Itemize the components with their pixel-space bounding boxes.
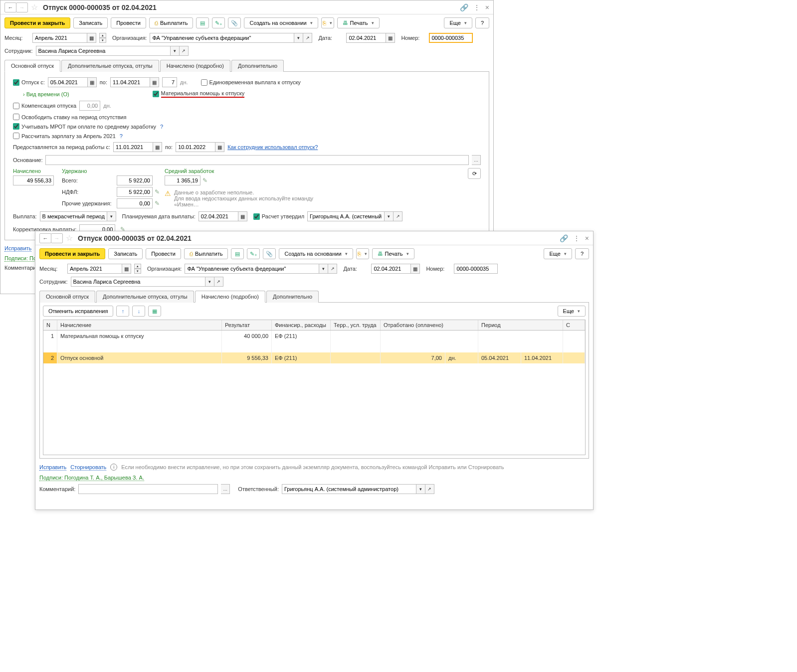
refresh-button[interactable]: ⟳	[468, 168, 481, 179]
onepay-checkbox[interactable]: Единовременная выплата к отпуску	[201, 79, 301, 86]
save-button[interactable]: Записать	[73, 17, 108, 28]
table-row[interactable]: 1 Материальная помощь к отпуску 40 000,0…	[43, 331, 585, 352]
favorite-icon[interactable]: ☆	[31, 2, 38, 12]
chevron-down-icon[interactable]: ▾	[385, 211, 394, 221]
period-to[interactable]: ▦	[176, 142, 224, 152]
pay-mode-select[interactable]: ▾	[40, 211, 116, 221]
mrot-checkbox[interactable]: Учитывать МРОТ при оплате по среднему за…	[13, 123, 156, 130]
close-icon[interactable]: ×	[485, 3, 489, 11]
mathelp-checkbox[interactable]: Материальная помощь к отпуску	[153, 90, 245, 98]
calendar-icon[interactable]: ▦	[87, 33, 96, 43]
more-button[interactable]: Еще	[544, 248, 572, 259]
calendar-icon[interactable]: ▦	[150, 77, 159, 87]
forward-button[interactable]: →	[16, 2, 28, 12]
table-row[interactable]: 2 Отпуск основной 9 556,33 ЕФ (211) 7,00…	[43, 352, 585, 363]
post-button[interactable]: Провести	[111, 17, 146, 28]
how-used-link[interactable]: Как сотрудник использовал отпуск?	[227, 144, 318, 150]
ndfl-input[interactable]	[117, 187, 153, 197]
storno-link[interactable]: Сторнировать	[70, 464, 106, 471]
open-icon[interactable]: ↗	[394, 211, 402, 221]
fix-link[interactable]: Исправить	[4, 245, 31, 252]
employee-select[interactable]: ▾↗	[71, 277, 223, 287]
recalc-help-link[interactable]: ?	[120, 133, 123, 139]
comment-browse-icon[interactable]: …	[221, 484, 230, 494]
date-input[interactable]: ▦	[371, 264, 420, 274]
compensation-checkbox[interactable]: Компенсация отпуска	[13, 103, 76, 109]
tab-main-vacation[interactable]: Основной отпуск	[4, 60, 60, 72]
create-based-button[interactable]: Создать на основании	[279, 248, 353, 259]
chevron-down-icon[interactable]: ▾	[171, 46, 180, 56]
chevron-down-icon[interactable]: ▾	[294, 33, 303, 43]
post-split-icon[interactable]: ⎘	[321, 17, 334, 28]
calendar-icon[interactable]: ▦	[215, 142, 224, 152]
plan-date[interactable]: ▦	[199, 211, 247, 221]
to-date[interactable]: ▦	[110, 77, 159, 87]
tab-additional[interactable]: Дополнительные отпуска, отгулы	[96, 291, 194, 303]
fix-link[interactable]: Исправить	[39, 464, 66, 471]
move-down-button[interactable]: ↓	[132, 306, 145, 317]
chevron-down-icon[interactable]: ▾	[319, 264, 328, 274]
number-input[interactable]	[454, 264, 498, 274]
forward-button[interactable]: →	[51, 233, 63, 243]
chevron-down-icon[interactable]: ▾	[205, 277, 214, 287]
basis-browse-icon[interactable]: …	[472, 155, 481, 165]
cancel-corrections-button[interactable]: Отменить исправления	[43, 306, 113, 317]
basis-input[interactable]	[45, 155, 469, 165]
time-type-link[interactable]: › Вид времени (О)	[23, 91, 69, 97]
table-body[interactable]: 1 Материальная помощь к отпуску 40 000,0…	[43, 331, 586, 455]
attach-icon[interactable]: 📎	[228, 17, 241, 28]
responsible-select[interactable]: ▾↗	[282, 484, 434, 494]
post-and-close-button[interactable]: Провести и закрыть	[4, 17, 70, 28]
calendar-icon[interactable]: ▦	[238, 211, 247, 221]
month-spinner[interactable]: ▴▾	[134, 264, 141, 274]
pencil-icon[interactable]: ✎	[155, 188, 160, 195]
close-icon[interactable]: ×	[585, 234, 589, 242]
open-icon[interactable]: ↗	[214, 277, 223, 287]
number-input[interactable]	[429, 33, 473, 43]
open-icon[interactable]: ↗	[303, 33, 312, 43]
attach-icon[interactable]: 📎	[263, 248, 276, 259]
tab-additional[interactable]: Дополнительные отпуска, отгулы	[61, 60, 159, 72]
more-button[interactable]: Еще	[558, 306, 586, 317]
tab-detail[interactable]: Начислено (подробно)	[195, 291, 265, 303]
org-select[interactable]: ▾↗	[185, 264, 337, 274]
days-input[interactable]	[162, 77, 177, 87]
tab-extra[interactable]: Дополнительно	[231, 60, 284, 72]
back-button[interactable]: ←	[39, 233, 51, 243]
employee-select[interactable]: ▾↗	[36, 46, 189, 56]
recalc-checkbox[interactable]: Рассчитать зарплату за Апрель 2021	[13, 133, 116, 139]
document-icon[interactable]: ▤	[196, 17, 209, 28]
show-details-button[interactable]: ▦	[148, 306, 161, 317]
back-button[interactable]: ←	[4, 2, 16, 12]
signatures-link[interactable]: Подписи: Погодина Т. А., Барышева З. А.	[39, 475, 144, 481]
tab-detail[interactable]: Начислено (подробно)	[160, 60, 230, 72]
comment-input[interactable]	[78, 484, 218, 494]
open-icon[interactable]: ↗	[180, 46, 189, 56]
calendar-icon[interactable]: ▦	[88, 77, 97, 87]
comp-input[interactable]	[79, 101, 100, 111]
month-input[interactable]: ▦	[32, 33, 96, 43]
org-select[interactable]: ▾↗	[150, 33, 312, 43]
approved-by-select[interactable]: ▾↗	[307, 211, 402, 221]
document-icon[interactable]: ▤	[231, 248, 244, 259]
open-icon[interactable]: ↗	[425, 484, 434, 494]
avg-input[interactable]	[165, 175, 200, 185]
tab-main-vacation[interactable]: Основной отпуск	[39, 291, 95, 303]
print-button[interactable]: 🖶Печать	[372, 248, 414, 259]
pay-button[interactable]: ⎙Выплатить	[149, 17, 193, 28]
release-checkbox[interactable]: Освободить ставку на период отсутствия	[13, 114, 126, 120]
chevron-down-icon[interactable]: ▾	[107, 211, 116, 221]
other-input[interactable]	[117, 198, 153, 208]
link-icon[interactable]: 🔗	[560, 234, 568, 242]
total-input[interactable]	[117, 175, 153, 185]
calendar-icon[interactable]: ▦	[153, 142, 162, 152]
menu-icon[interactable]: ⋮	[573, 234, 580, 242]
vacation-checkbox[interactable]: Отпуск с:	[13, 79, 45, 86]
month-input[interactable]: ▦	[67, 264, 131, 274]
edit-icon[interactable]: ✎₊	[212, 17, 225, 28]
pay-button[interactable]: ⎙Выплатить	[184, 248, 228, 259]
chevron-down-icon[interactable]: ▾	[416, 484, 425, 494]
open-icon[interactable]: ↗	[328, 264, 337, 274]
month-spinner[interactable]: ▴▾	[99, 33, 106, 43]
help-button[interactable]: ?	[475, 17, 489, 28]
